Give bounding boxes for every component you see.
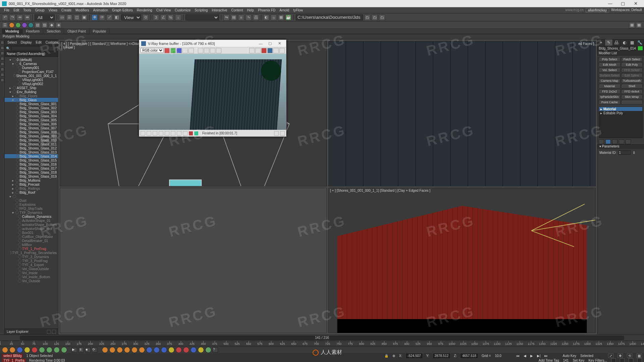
- mirror-button[interactable]: ⇋: [223, 14, 229, 20]
- tree-row[interactable]: ▾Bldg_Glass: [5, 98, 58, 102]
- align-button[interactable]: ▤: [231, 14, 237, 20]
- nav-g[interactable]: [629, 358, 633, 362]
- select-window[interactable]: ▣: [81, 14, 87, 20]
- explorer-header[interactable]: Name (Sorted Ascending): [5, 52, 58, 57]
- render-frame[interactable]: ▦: [278, 14, 284, 20]
- modifier-stack[interactable]: ▸Material ▸Editable Poly: [599, 107, 643, 138]
- tree-row[interactable]: ProjectionCam_F147: [5, 70, 58, 74]
- workspace-dropdown[interactable]: Workspaces: Default: [611, 8, 642, 12]
- menu-file[interactable]: File: [2, 8, 11, 12]
- vfb-r[interactable]: [164, 48, 170, 53]
- nav-d[interactable]: ▦: [636, 354, 642, 358]
- signin-user[interactable]: allanfrmckay: [586, 8, 609, 12]
- fx-g[interactable]: [46, 347, 52, 353]
- t-h[interactable]: ◈: [56, 22, 62, 28]
- menu-interactive[interactable]: Interactive: [210, 8, 229, 12]
- nav-c[interactable]: ⟲: [627, 354, 632, 358]
- open-folder[interactable]: 🗀: [364, 14, 370, 20]
- lv-b[interactable]: [1, 46, 4, 50]
- menu-graph-editors[interactable]: Graph Editors: [110, 8, 135, 12]
- exp-edit[interactable]: Edit: [35, 41, 43, 44]
- lv-d[interactable]: [1, 57, 4, 60]
- play-next[interactable]: ▶|: [537, 354, 541, 358]
- tree-row[interactable]: FFD_ShipTrails: [5, 206, 58, 210]
- tree-row[interactable]: Bldg_Shores_Glass_018: [5, 170, 58, 174]
- recent[interactable]: 🗀: [379, 14, 385, 20]
- tree-row[interactable]: ▸Bldg_Precast: [5, 182, 58, 186]
- set-folder[interactable]: 🗀: [372, 14, 378, 20]
- tree-row[interactable]: activatorShape_Bottom: [5, 223, 58, 227]
- outliner-toggle[interactable]: ☰: [2, 22, 8, 28]
- fx2-n[interactable]: [198, 347, 204, 353]
- nav-f[interactable]: [620, 358, 625, 362]
- fx-e[interactable]: [32, 347, 38, 353]
- setkey-button[interactable]: Set Key: [573, 359, 584, 362]
- mod-btn-material[interactable]: Material: [599, 84, 621, 88]
- tree-row[interactable]: Bldg_Shores_Glass_004: [5, 114, 58, 118]
- project-path[interactable]: [296, 14, 363, 20]
- fx-a[interactable]: [2, 347, 8, 353]
- tree-row[interactable]: TYF_3_PostFrag: [5, 259, 58, 263]
- tree-row[interactable]: Bldg_Shores_Glass_007: [5, 126, 58, 130]
- footer-btn-b[interactable]: [52, 330, 56, 334]
- tab-display[interactable]: ▦: [629, 40, 636, 46]
- menu-arnold[interactable]: Arnold: [277, 8, 291, 12]
- vfb-close[interactable]: ✕: [275, 41, 284, 46]
- footer-btn-a[interactable]: [47, 330, 51, 334]
- vfb-b[interactable]: [176, 48, 182, 53]
- vray-frame-buffer[interactable]: V-Ray frame buffer - [100% of 790 x 463]…: [139, 40, 286, 137]
- fx2-b[interactable]: [109, 347, 115, 353]
- mod-btn-edit-mesh[interactable]: Edit Mesh: [599, 62, 621, 67]
- mod-btn-typarticleskin[interactable]: tyParticleSkin: [599, 95, 621, 99]
- menu-views[interactable]: Views: [47, 8, 60, 12]
- fx-help[interactable]: ?: [213, 347, 218, 353]
- tree-row[interactable]: Bldg_Shores_Glass_001: [5, 102, 58, 106]
- menu-customize[interactable]: Customize: [173, 8, 193, 12]
- z-val[interactable]: 4657.518: [461, 354, 478, 358]
- autokey-button[interactable]: Auto Key: [562, 354, 576, 358]
- tree-row[interactable]: Bldg_Shores_Glass_003: [5, 110, 58, 114]
- window-close[interactable]: ✕: [629, 1, 642, 6]
- fx2-o[interactable]: [205, 347, 211, 353]
- fx-f[interactable]: [39, 347, 45, 353]
- fx2-g[interactable]: [146, 347, 152, 353]
- mod-btn-edit-spline[interactable]: Edit Spline: [621, 73, 643, 78]
- vfb-s-d[interactable]: [159, 131, 163, 136]
- tree-row[interactable]: killBox: [5, 243, 58, 247]
- tree-row[interactable]: ▾6_Cameras: [5, 62, 58, 66]
- tab-utilities[interactable]: 🔧: [636, 40, 644, 46]
- vfb-g[interactable]: [170, 48, 176, 53]
- tree-row[interactable]: TYF_1_PreFrag_Secondaries: [5, 251, 58, 255]
- fx2-c[interactable]: [117, 347, 123, 353]
- ribbon-tab-modeling[interactable]: Modeling: [2, 29, 23, 34]
- vfb-s-g[interactable]: [177, 131, 181, 136]
- tree-row[interactable]: Bldg_Shores_Glass_015: [5, 158, 58, 162]
- tree-row[interactable]: Vol_Outside: [5, 279, 58, 283]
- layers-button[interactable]: ≡: [238, 14, 244, 20]
- menu-help[interactable]: Help: [245, 8, 256, 12]
- menu-scripting[interactable]: Scripting: [193, 8, 210, 12]
- stack-material[interactable]: ▸Material: [599, 107, 642, 111]
- vfb-region[interactable]: [249, 48, 255, 53]
- timeline-scroll[interactable]: 141 / 216: [0, 335, 644, 341]
- fx2-m[interactable]: [191, 347, 197, 353]
- exp-select[interactable]: Select: [6, 41, 18, 44]
- tree-row[interactable]: TYF_3_Dynamics: [5, 255, 58, 259]
- percent-snap[interactable]: %: [168, 14, 174, 20]
- viewport-top-right[interactable]: ed Faces ]: [328, 41, 596, 186]
- tree-row[interactable]: Bldg_Shores_Glass_006: [5, 122, 58, 126]
- circ-a[interactable]: [9, 22, 14, 28]
- undo-button[interactable]: ↶: [2, 14, 8, 20]
- sb-show[interactable]: [605, 139, 611, 144]
- add-time-tag[interactable]: Add Time Tag: [539, 359, 559, 362]
- y-val[interactable]: 2878.512: [433, 354, 450, 358]
- lv-g[interactable]: [1, 73, 4, 76]
- fx-i[interactable]: [61, 347, 67, 353]
- tree-row[interactable]: Explosions: [5, 202, 58, 206]
- fx-b[interactable]: [9, 347, 15, 353]
- maxscript-input-2[interactable]: TYF_1_Prefra: [2, 359, 26, 362]
- rside-b[interactable]: ▦: [636, 22, 642, 28]
- vfb-min[interactable]: —: [256, 42, 265, 46]
- tab-create[interactable]: +: [597, 40, 605, 46]
- play-goto-start[interactable]: ⏮: [516, 354, 520, 358]
